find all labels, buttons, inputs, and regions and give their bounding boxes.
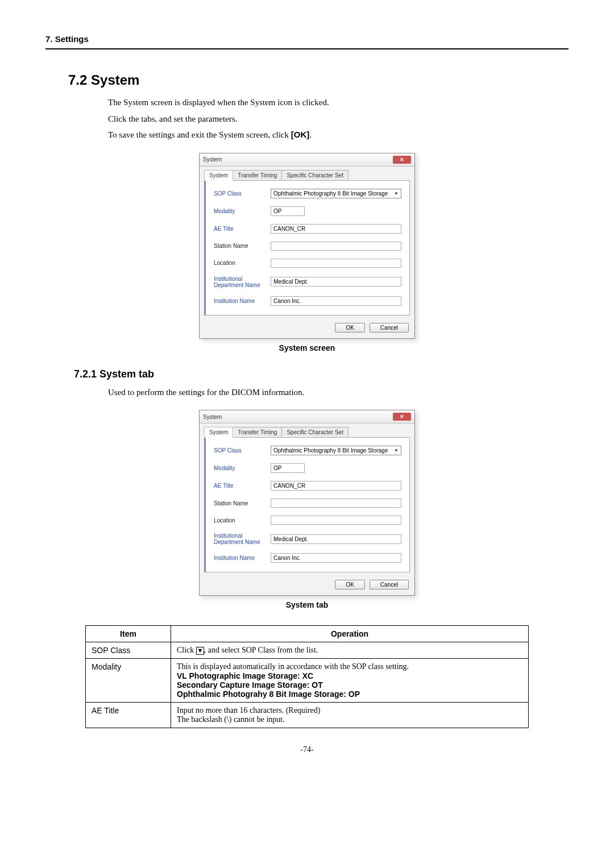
- tab-system[interactable]: System: [204, 170, 233, 181]
- dialog-titlebar: System ✕: [200, 153, 414, 167]
- system-dialog-2: System ✕ System Transfer Timing Specific…: [199, 410, 415, 596]
- label-ae-title-2: AE Title: [214, 483, 271, 489]
- section-p1: The System screen is displayed when the …: [108, 96, 569, 109]
- td-op-ae-l2: The backslash (\) cannot be input.: [177, 715, 522, 724]
- input-station-name-2[interactable]: [271, 499, 401, 508]
- td-item-ae-title: AE Title: [86, 703, 171, 728]
- td-op-sop-prefix: Click: [177, 646, 196, 654]
- subsection-p1: Used to perform the settings for the DIC…: [108, 386, 569, 399]
- select-sop-class-value-2: Ophthalmic Photography 8 Bit Image Stora…: [273, 447, 388, 454]
- caption-system-tab: System tab: [45, 600, 569, 609]
- label-ae-title: AE Title: [214, 226, 271, 232]
- table-row: SOP Class Click ▼, and select SOP Class …: [86, 642, 529, 659]
- tab-strip: System Transfer Timing Specific Characte…: [200, 167, 414, 181]
- input-ae-title[interactable]: CANON_CR: [271, 224, 401, 234]
- td-op-modality: This is displayed automatically in accor…: [171, 659, 529, 703]
- label-modality: Modality: [214, 208, 271, 214]
- input-inst-dept[interactable]: Medical Dept.: [271, 277, 401, 286]
- td-op-sop-suffix: , and select SOP Class from the list.: [204, 646, 318, 654]
- tab-specific-character-set-2[interactable]: Specific Character Set: [281, 427, 349, 438]
- caption-system-screen: System screen: [45, 343, 569, 352]
- section-p3-bold: [OK]: [291, 130, 310, 139]
- page-number: -74-: [45, 745, 569, 754]
- system-dialog: System ✕ System Transfer Timing Specific…: [199, 153, 415, 339]
- label-inst-name-2: Institution Name: [214, 555, 271, 561]
- td-op-sop-class: Click ▼, and select SOP Class from the l…: [171, 642, 529, 659]
- label-location-2: Location: [214, 517, 271, 524]
- input-location-2[interactable]: [271, 516, 401, 525]
- dialog-button-row: OK Cancel: [200, 319, 414, 338]
- input-ae-title-2[interactable]: CANON_CR: [271, 481, 401, 491]
- tab-specific-character-set[interactable]: Specific Character Set: [281, 170, 349, 181]
- subsection-title: 7.2.1 System tab: [74, 368, 569, 380]
- tab-panel-system: SOP Class Ophthalmic Photography 8 Bit I…: [204, 180, 410, 315]
- section-p3-prefix: To save the settings and exit the System…: [108, 130, 291, 139]
- chevron-down-icon: ▼: [394, 191, 399, 196]
- th-item: Item: [86, 626, 171, 642]
- input-inst-name-2[interactable]: Canon Inc.: [271, 553, 401, 563]
- tab-transfer-timing-2[interactable]: Transfer Timing: [233, 427, 282, 438]
- td-op-ae-title: Input no more than 16 characters. (Requi…: [171, 703, 529, 728]
- label-inst-name: Institution Name: [214, 298, 271, 304]
- system-screen-figure: System ✕ System Transfer Timing Specific…: [45, 153, 569, 339]
- input-station-name[interactable]: [271, 242, 401, 251]
- label-inst-dept-2: Institutional Department Name: [214, 533, 271, 545]
- section-p3-suffix: .: [309, 130, 312, 139]
- dialog-button-row-2: OK Cancel: [200, 576, 414, 595]
- dialog-title-2: System: [203, 414, 222, 420]
- td-op-modality-l2: VL Photographic Image Storage: XC: [177, 671, 522, 680]
- label-location: Location: [214, 260, 271, 266]
- chapter-header: 7. Settings: [45, 34, 569, 49]
- td-item-modality: Modality: [86, 659, 171, 703]
- section-title: 7.2 System: [68, 72, 569, 88]
- system-tab-figure: System ✕ System Transfer Timing Specific…: [45, 410, 569, 596]
- label-inst-dept: Institutional Department Name: [214, 276, 271, 288]
- table-row: AE Title Input no more than 16 character…: [86, 703, 529, 728]
- label-sop-class-2: SOP Class: [214, 447, 271, 454]
- tab-strip-2: System Transfer Timing Specific Characte…: [200, 423, 414, 438]
- chevron-down-icon-2: ▼: [394, 448, 399, 453]
- items-table: Item Operation SOP Class Click ▼, and se…: [85, 625, 529, 728]
- td-item-sop-class: SOP Class: [86, 642, 171, 659]
- td-op-ae-l1: Input no more than 16 characters. (Requi…: [177, 706, 522, 715]
- th-operation: Operation: [171, 626, 529, 642]
- dropdown-icon: ▼: [196, 647, 204, 655]
- tab-panel-system-2: SOP Class Ophthalmic Photography 8 Bit I…: [204, 437, 410, 572]
- input-modality[interactable]: OP: [271, 206, 305, 216]
- cancel-button[interactable]: Cancel: [370, 323, 409, 333]
- dialog-title: System: [203, 156, 222, 163]
- td-op-modality-l1: This is displayed automatically in accor…: [177, 662, 522, 671]
- select-sop-class[interactable]: Ophthalmic Photography 8 Bit Image Stora…: [271, 189, 401, 198]
- table-row: Modality This is displayed automatically…: [86, 659, 529, 703]
- td-op-modality-l3: Secondary Capture Image Storage: OT: [177, 680, 522, 690]
- tab-system-2[interactable]: System: [204, 427, 233, 438]
- label-modality-2: Modality: [214, 465, 271, 471]
- close-icon-2[interactable]: ✕: [393, 413, 411, 421]
- ok-button[interactable]: OK: [335, 323, 364, 333]
- tab-transfer-timing[interactable]: Transfer Timing: [233, 170, 282, 181]
- dialog-titlebar-2: System ✕: [200, 410, 414, 423]
- input-location[interactable]: [271, 259, 401, 268]
- cancel-button-2[interactable]: Cancel: [370, 580, 409, 589]
- label-station-name: Station Name: [214, 243, 271, 249]
- select-sop-class-value: Ophthalmic Photography 8 Bit Image Stora…: [273, 190, 388, 197]
- section-p2: Click the tabs, and set the parameters.: [108, 113, 569, 126]
- label-sop-class: SOP Class: [214, 190, 271, 197]
- label-station-name-2: Station Name: [214, 500, 271, 506]
- close-icon[interactable]: ✕: [393, 156, 411, 164]
- select-sop-class-2[interactable]: Ophthalmic Photography 8 Bit Image Stora…: [271, 446, 401, 455]
- input-inst-name[interactable]: Canon Inc.: [271, 296, 401, 306]
- ok-button-2[interactable]: OK: [335, 580, 364, 589]
- section-p3: To save the settings and exit the System…: [108, 128, 569, 142]
- td-op-modality-l4: Ophthalmic Photograhy 8 Bit Image Storag…: [177, 690, 522, 699]
- input-modality-2[interactable]: OP: [271, 463, 305, 473]
- input-inst-dept-2[interactable]: Medical Dept.: [271, 534, 401, 544]
